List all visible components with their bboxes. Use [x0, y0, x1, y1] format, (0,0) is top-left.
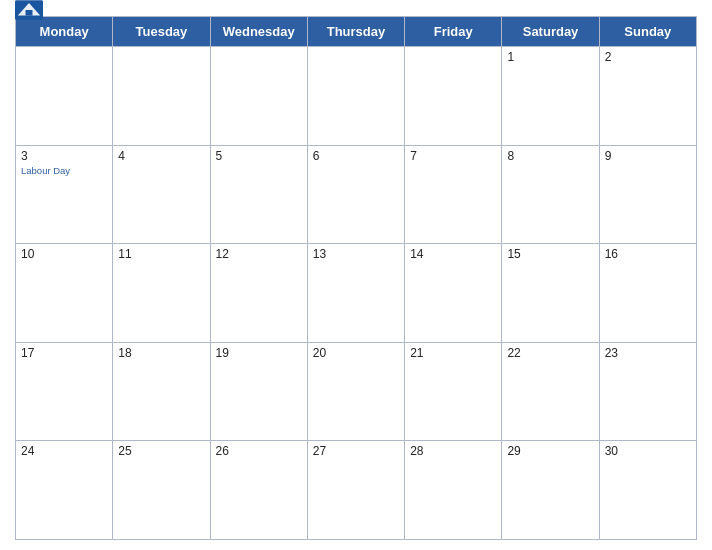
day-number: 13 — [313, 247, 399, 261]
calendar-cell — [210, 47, 307, 146]
weekday-header-row: MondayTuesdayWednesdayThursdayFridaySatu… — [16, 17, 697, 47]
calendar-cell: 22 — [502, 342, 599, 441]
weekday-header-monday: Monday — [16, 17, 113, 47]
calendar-cell — [307, 47, 404, 146]
calendar-cell: 16 — [599, 244, 696, 343]
day-number: 29 — [507, 444, 593, 458]
day-number: 10 — [21, 247, 107, 261]
day-number: 4 — [118, 149, 204, 163]
calendar-cell: 12 — [210, 244, 307, 343]
day-number: 15 — [507, 247, 593, 261]
week-row-2: 3Labour Day456789 — [16, 145, 697, 244]
day-number: 17 — [21, 346, 107, 360]
logo-icon — [15, 0, 43, 20]
day-number: 19 — [216, 346, 302, 360]
weekday-header-tuesday: Tuesday — [113, 17, 210, 47]
calendar-cell — [113, 47, 210, 146]
calendar-cell: 10 — [16, 244, 113, 343]
calendar-cell: 5 — [210, 145, 307, 244]
day-number: 27 — [313, 444, 399, 458]
day-number: 6 — [313, 149, 399, 163]
day-number: 22 — [507, 346, 593, 360]
day-number: 24 — [21, 444, 107, 458]
calendar-cell: 4 — [113, 145, 210, 244]
calendar-table: MondayTuesdayWednesdayThursdayFridaySatu… — [15, 16, 697, 540]
calendar-cell: 6 — [307, 145, 404, 244]
day-number: 25 — [118, 444, 204, 458]
calendar-cell: 23 — [599, 342, 696, 441]
calendar-cell: 9 — [599, 145, 696, 244]
day-number: 26 — [216, 444, 302, 458]
calendar-cell — [405, 47, 502, 146]
day-number: 30 — [605, 444, 691, 458]
calendar-cell: 25 — [113, 441, 210, 540]
calendar-cell: 13 — [307, 244, 404, 343]
calendar-cell: 8 — [502, 145, 599, 244]
calendar-cell: 7 — [405, 145, 502, 244]
calendar-cell: 21 — [405, 342, 502, 441]
day-number: 11 — [118, 247, 204, 261]
week-row-4: 17181920212223 — [16, 342, 697, 441]
calendar-cell: 29 — [502, 441, 599, 540]
calendar-cell: 28 — [405, 441, 502, 540]
weekday-header-wednesday: Wednesday — [210, 17, 307, 47]
day-number: 7 — [410, 149, 496, 163]
day-number: 2 — [605, 50, 691, 64]
logo — [15, 0, 43, 21]
weekday-header-saturday: Saturday — [502, 17, 599, 47]
week-row-5: 24252627282930 — [16, 441, 697, 540]
calendar-cell: 1 — [502, 47, 599, 146]
day-number: 28 — [410, 444, 496, 458]
day-number: 5 — [216, 149, 302, 163]
calendar-cell: 3Labour Day — [16, 145, 113, 244]
day-number: 9 — [605, 149, 691, 163]
calendar-cell: 2 — [599, 47, 696, 146]
calendar-cell: 11 — [113, 244, 210, 343]
svg-rect-2 — [26, 10, 33, 16]
weekday-header-friday: Friday — [405, 17, 502, 47]
holiday-label: Labour Day — [21, 165, 107, 176]
day-number: 20 — [313, 346, 399, 360]
calendar-cell: 30 — [599, 441, 696, 540]
calendar-cell: 15 — [502, 244, 599, 343]
day-number: 8 — [507, 149, 593, 163]
weekday-header-thursday: Thursday — [307, 17, 404, 47]
calendar-cell: 18 — [113, 342, 210, 441]
week-row-3: 10111213141516 — [16, 244, 697, 343]
day-number: 1 — [507, 50, 593, 64]
calendar-cell: 27 — [307, 441, 404, 540]
weekday-header-sunday: Sunday — [599, 17, 696, 47]
calendar-cell: 26 — [210, 441, 307, 540]
day-number: 18 — [118, 346, 204, 360]
calendar-cell: 17 — [16, 342, 113, 441]
calendar-cell — [16, 47, 113, 146]
calendar-cell: 19 — [210, 342, 307, 441]
day-number: 3 — [21, 149, 107, 163]
day-number: 12 — [216, 247, 302, 261]
calendar-cell: 20 — [307, 342, 404, 441]
calendar-cell: 14 — [405, 244, 502, 343]
day-number: 23 — [605, 346, 691, 360]
day-number: 16 — [605, 247, 691, 261]
week-row-1: 12 — [16, 47, 697, 146]
calendar-cell: 24 — [16, 441, 113, 540]
day-number: 14 — [410, 247, 496, 261]
day-number: 21 — [410, 346, 496, 360]
